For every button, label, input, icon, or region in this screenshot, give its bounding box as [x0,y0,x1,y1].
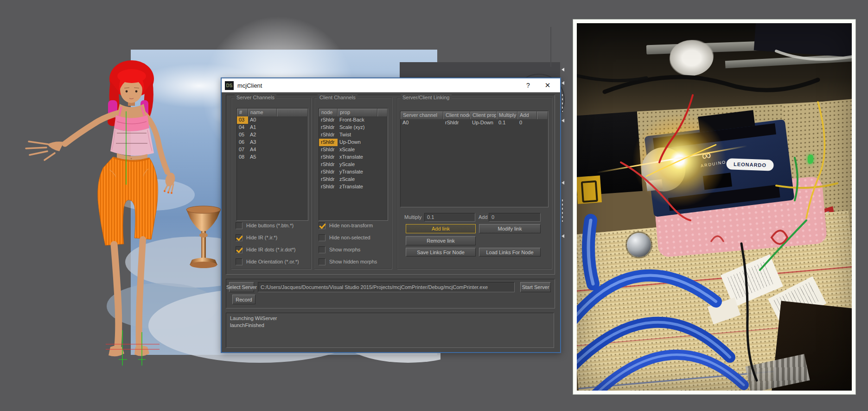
panel-collapse-arrow[interactable] [562,81,564,85]
client-channel-row[interactable]: rShldr zScale [319,176,388,183]
node-cell[interactable]: rShldr [319,116,338,124]
column-header-prop[interactable]: prop [338,109,377,116]
prop-cell[interactable]: yTranslate [338,168,377,176]
checkbox-hide-non-transform[interactable]: Hide non-transform [319,221,373,230]
client-channel-row[interactable]: rShldr xTranslate [319,154,388,161]
checkbox-hide-buttons[interactable]: Hide buttons (*.btn.*) [236,221,294,230]
server-path-input[interactable]: C:/Users/Jacques/Documents/Visual Studio… [258,282,515,292]
node-cell[interactable]: rShldr [319,168,338,176]
channel-num-cell[interactable]: 03 [237,116,248,124]
panel-collapse-arrow[interactable] [562,181,564,185]
checkbox[interactable] [319,234,326,241]
client-channel-row[interactable]: rShldr Front-Back [319,116,388,124]
panel-collapse-arrow[interactable] [562,68,564,71]
dialog-titlebar[interactable]: DS mcjClient ? ✕ [222,78,560,92]
checkbox-hide-ir-dots[interactable]: Hide IR dots (*.ir.dot*) [236,245,295,254]
add-link-button[interactable]: Add link [406,224,476,233]
channel-num-cell[interactable]: 07 [237,146,248,154]
channel-name-cell[interactable]: A5 [248,154,277,161]
node-cell[interactable]: rShldr [319,124,338,131]
select-server-button[interactable]: Select Server [229,282,254,292]
client-channel-row[interactable]: rShldr yTranslate [319,168,388,176]
start-server-button[interactable]: Start Server [520,282,551,292]
client-channel-row[interactable]: rShldr zTranslate [319,183,388,191]
channel-name-cell[interactable]: A2 [248,131,277,139]
checkbox[interactable] [236,222,243,229]
save-links-button[interactable]: Save Links For Node [406,248,476,257]
checkbox[interactable] [319,258,326,265]
checkbox-show-morphs[interactable]: Show morphs [319,245,360,254]
modify-link-button[interactable]: Modify link [479,224,541,233]
column-header-name[interactable]: name [248,109,277,116]
client-channel-row[interactable]: rShldr Scale (xyz) [319,124,388,131]
node-cell[interactable]: rShldr [319,183,338,191]
client-channel-row[interactable]: rShldr yScale [319,161,388,168]
channel-num-cell[interactable]: 06 [237,139,248,146]
server-channel-row[interactable]: 05 A2 [237,131,308,139]
channel-name-cell[interactable]: A3 [248,139,277,146]
multiply-input[interactable]: 0.1 [424,213,475,222]
node-cell[interactable]: rShldr [319,131,338,139]
server-channel-row[interactable]: 07 A4 [237,146,308,154]
node-cell[interactable]: rShldr [319,154,338,161]
channel-name-cell[interactable]: A4 [248,146,277,154]
checkbox[interactable] [236,246,243,253]
load-links-button[interactable]: Load Links For Node [479,248,541,257]
link-add-cell[interactable]: 0 [517,119,537,127]
prop-cell[interactable]: zScale [338,176,377,183]
prop-cell[interactable]: xTranslate [338,154,377,161]
node-cell[interactable]: rShldr [319,176,338,183]
checkbox-hide-ir[interactable]: Hide IR (*.ir.*) [236,233,277,242]
channel-name-cell[interactable]: A0 [248,116,277,124]
panel-drag-handle[interactable] [562,94,563,112]
panel-collapse-arrow[interactable] [562,234,564,238]
column-header-server-channel[interactable]: Server channel [401,111,443,119]
server-channels-list[interactable]: # name 03 A0 04 A1 05 A2 [236,108,308,221]
prop-cell[interactable]: Front-Back [338,116,377,124]
column-header-multiply[interactable]: Multiply [497,111,517,119]
checkbox[interactable] [319,246,326,253]
column-header-client-prop[interactable]: Client prop [470,111,497,119]
node-cell[interactable]: rShldr [319,139,338,146]
prop-cell[interactable]: Scale (xyz) [338,124,377,131]
channel-name-cell[interactable]: A1 [248,124,277,131]
checkbox-hide-orientation[interactable]: Hide Orientation (*.or.*) [236,257,299,266]
prop-cell[interactable]: Up-Down [338,139,377,146]
server-channel-row[interactable]: 08 A5 [237,154,308,161]
server-channel-row[interactable]: 06 A3 [237,139,308,146]
checkbox-show-hidden-morphs[interactable]: Show hidden morphs [319,257,377,266]
checkbox[interactable] [236,234,243,241]
panel-drag-handle[interactable] [562,199,563,222]
checkbox[interactable] [319,222,326,229]
record-button[interactable]: Record [232,295,255,304]
link-row[interactable]: A0 rShldr Up-Down 0.1 0 [401,119,548,127]
column-header-add[interactable]: Add [517,111,537,119]
channel-num-cell[interactable]: 04 [237,124,248,131]
client-channel-row[interactable]: rShldr xScale [319,146,388,154]
node-cell[interactable]: rShldr [319,146,338,154]
prop-cell[interactable]: yScale [338,161,377,168]
panel-collapse-arrow[interactable] [562,119,564,122]
checkbox-hide-non-selected[interactable]: Hide non-selected [319,233,370,242]
checkbox[interactable] [236,258,243,265]
column-header-client-node[interactable]: Client node [443,111,470,119]
prop-cell[interactable]: zTranslate [338,183,377,191]
column-header-num[interactable]: # [237,109,248,116]
link-server-channel-cell[interactable]: A0 [401,119,443,127]
link-client-node-cell[interactable]: rShldr [443,119,470,127]
client-channel-row[interactable]: rShldr Twist [319,131,388,139]
close-button[interactable]: ✕ [542,78,554,92]
link-multiply-cell[interactable]: 0.1 [497,119,517,127]
links-table[interactable]: Server channel Client node Client prop M… [400,111,549,207]
help-button[interactable]: ? [522,78,534,92]
remove-link-button[interactable]: Remove link [406,236,476,245]
prop-cell[interactable]: xScale [338,146,377,154]
client-channel-row-selected[interactable]: rShldr Up-Down [319,139,388,146]
column-header-node[interactable]: node [319,109,338,116]
add-input[interactable]: 0 [489,213,541,222]
server-channel-row[interactable]: 04 A1 [237,124,308,131]
link-client-prop-cell[interactable]: Up-Down [470,119,497,127]
channel-num-cell[interactable]: 08 [237,154,248,161]
channel-num-cell[interactable]: 05 [237,131,248,139]
server-channel-row[interactable]: 03 A0 [237,116,308,124]
